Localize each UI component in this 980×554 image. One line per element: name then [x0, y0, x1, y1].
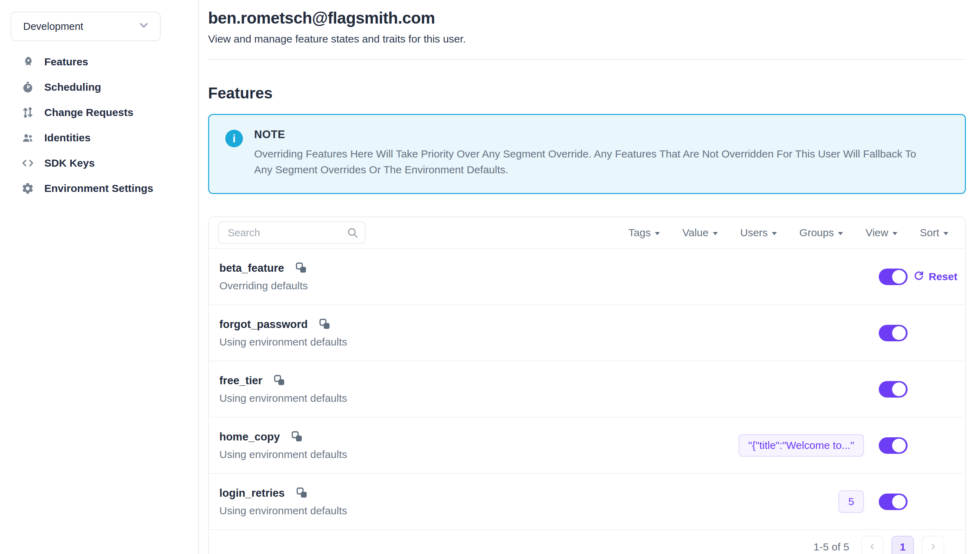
feature-status: Using environment defaults [220, 336, 879, 348]
toggle-knob [892, 270, 906, 284]
copy-icon[interactable] [290, 430, 304, 444]
caret-down-icon [772, 232, 777, 235]
sidebar-item-label: Scheduling [44, 81, 101, 93]
feature-name: beta_feature [220, 262, 284, 275]
sidebar-item[interactable]: Environment Settings [0, 176, 198, 201]
search-input[interactable] [218, 221, 366, 244]
feature-toggle[interactable] [879, 381, 908, 398]
next-page-button[interactable] [922, 536, 944, 554]
refresh-icon [913, 270, 924, 284]
filter-dropdown[interactable]: View [865, 227, 897, 239]
rocket-icon [21, 55, 35, 68]
code-icon [21, 156, 35, 170]
copy-icon[interactable] [294, 261, 308, 275]
copy-icon[interactable] [295, 487, 309, 500]
sidebar: Development Features Scheduling Change R… [0, 0, 199, 554]
caret-down-icon [943, 232, 948, 235]
sidebar-item-label: Change Requests [44, 107, 133, 118]
sidebar-item[interactable]: SDK Keys [0, 150, 198, 176]
toggle-knob [892, 495, 906, 509]
feature-name: forgot_password [220, 318, 307, 331]
sidebar-item[interactable]: Identities [0, 125, 198, 150]
feature-row[interactable]: forgot_password Using environment defaul… [209, 304, 965, 361]
sidebar-item-label: Identities [44, 132, 91, 144]
chevron-right-icon [928, 542, 937, 552]
filter-dropdown[interactable]: Value [682, 227, 718, 239]
info-icon: i [225, 130, 243, 147]
sidebar-item[interactable]: Change Requests [0, 100, 198, 125]
features-heading: Features [208, 84, 966, 102]
feature-row[interactable]: free_tier Using environment defaults [209, 361, 965, 417]
feature-name: login_retries [220, 487, 285, 500]
feature-row[interactable]: home_copy Using environment defaults "{"… [209, 417, 965, 473]
page-title: ben.rometsch@flagsmith.com [208, 8, 966, 27]
copy-icon[interactable] [318, 318, 331, 331]
sidebar-item-label: SDK Keys [44, 157, 95, 169]
caret-down-icon [713, 232, 718, 235]
toggle-knob [892, 326, 906, 340]
sidebar-item-label: Features [44, 56, 88, 68]
filter-dropdown[interactable]: Users [740, 227, 777, 239]
previous-page-button[interactable] [861, 536, 884, 554]
feature-status: Overriding defaults [220, 280, 879, 292]
caret-down-icon [838, 232, 843, 235]
filter-bar: Tags Value Users Groups [628, 227, 956, 239]
feature-toggle[interactable] [879, 325, 908, 341]
filter-dropdown[interactable]: Tags [628, 227, 660, 239]
toggle-knob [892, 382, 906, 396]
chevron-down-icon [137, 19, 150, 34]
reset-label: Reset [929, 271, 958, 283]
current-page-button[interactable]: 1 [891, 536, 914, 554]
header-divider [208, 59, 966, 60]
feature-row[interactable]: login_retries Using environment defaults… [209, 473, 965, 529]
sidebar-nav: Features Scheduling Change Requests Iden… [0, 49, 198, 201]
gear-icon [21, 182, 35, 195]
feature-name: home_copy [220, 431, 280, 443]
stopwatch-icon [21, 81, 35, 94]
feature-status: Using environment defaults [220, 505, 838, 517]
note-panel: i NOTE Overriding Features Here Will Tak… [208, 114, 966, 194]
pull-request-icon [21, 106, 35, 119]
environment-selector[interactable]: Development [11, 11, 161, 41]
note-body: Overriding Features Here Will Take Prior… [254, 146, 932, 178]
environment-selector-value: Development [23, 21, 83, 32]
caret-down-icon [892, 232, 897, 235]
feature-row[interactable]: beta_feature Overriding defaults Reset [209, 248, 965, 304]
sidebar-item-label: Environment Settings [44, 182, 153, 194]
reset-button[interactable]: Reset [913, 270, 958, 284]
main-content: ben.rometsch@flagsmith.com View and mana… [200, 0, 980, 554]
feature-name: free_tier [220, 374, 262, 387]
feature-value-chip: "{"title":"Welcome to..." [738, 434, 864, 457]
feature-toggle[interactable] [879, 437, 908, 454]
page-subtitle: View and manage feature states and trait… [208, 33, 966, 45]
search-box [218, 221, 366, 244]
pagination-summary: 1-5 of 5 [813, 541, 849, 553]
sidebar-item[interactable]: Features [0, 49, 198, 75]
feature-toggle[interactable] [879, 494, 908, 510]
note-title: NOTE [254, 128, 932, 141]
identities-icon [21, 131, 35, 145]
chevron-left-icon [868, 542, 877, 552]
features-toolbar: Tags Value Users Groups [209, 217, 965, 248]
feature-toggle[interactable] [879, 269, 908, 285]
feature-value-chip: 5 [838, 490, 864, 513]
filter-dropdown[interactable]: Groups [799, 227, 843, 239]
filter-dropdown[interactable]: Sort [920, 227, 948, 239]
features-panel: Tags Value Users Groups [208, 217, 966, 554]
caret-down-icon [655, 232, 660, 235]
feature-status: Using environment defaults [220, 449, 738, 460]
copy-icon[interactable] [273, 374, 286, 387]
toggle-knob [892, 439, 906, 452]
sidebar-item[interactable]: Scheduling [0, 75, 198, 100]
pagination: 1-5 of 5 1 [209, 529, 965, 554]
feature-status: Using environment defaults [220, 392, 879, 404]
